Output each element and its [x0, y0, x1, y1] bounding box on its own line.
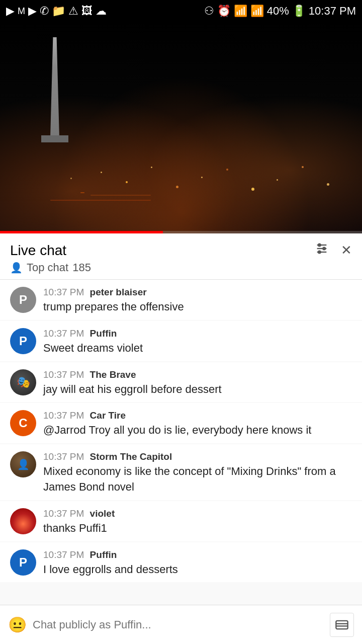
- chat-input[interactable]: [33, 618, 324, 631]
- message-username: Puffin: [90, 549, 117, 560]
- message-meta: 10:37 PM Puffin: [43, 328, 352, 339]
- image-icon: 🖼: [81, 5, 93, 18]
- svg-point-4: [323, 248, 325, 250]
- message-username: Puffin: [90, 328, 117, 339]
- viewer-count: 185: [72, 261, 91, 274]
- alert-icon: ⚠: [68, 5, 78, 18]
- avatar: P: [10, 549, 36, 576]
- list-item: 👤 10:37 PM Storm The Capitol Mixed econo…: [0, 444, 362, 500]
- message-username: Storm The Capitol: [90, 451, 172, 462]
- close-button[interactable]: ✕: [341, 243, 352, 258]
- video-background: [0, 22, 362, 233]
- avatar-letter: P: [19, 334, 27, 348]
- message-text: jay will eat his eggroll before dessert: [43, 382, 352, 397]
- top-chat-label[interactable]: Top chat: [27, 261, 68, 274]
- message-text: @Jarrod Troy all you do is lie, everybod…: [43, 423, 352, 438]
- message-username: Car Tire: [90, 410, 126, 421]
- list-item: P 10:37 PM peter blaiser trump prepares …: [0, 280, 362, 320]
- video-progress-fill: [0, 231, 163, 233]
- video-player[interactable]: [0, 22, 362, 233]
- avatar: 🎭: [10, 369, 36, 395]
- message-content: 10:37 PM Puffin Sweet dreams violet: [43, 328, 352, 356]
- avatar: 👤: [10, 451, 36, 477]
- message-text: trump prepares the offensive: [43, 299, 352, 315]
- super-chat-button[interactable]: [330, 613, 354, 637]
- message-username: peter blaiser: [90, 287, 147, 297]
- bluetooth-icon: ⚇: [204, 5, 214, 18]
- message-meta: 10:37 PM Puffin: [43, 549, 352, 560]
- message-content: 10:37 PM Storm The Capitol Mixed economy…: [43, 451, 352, 495]
- phone-icon: ✆: [40, 5, 49, 18]
- message-time: 10:37 PM: [43, 369, 84, 380]
- avatar-face: 🎭: [10, 369, 36, 395]
- viewer-icon: 👤: [10, 262, 23, 274]
- avatar-letter: P: [19, 293, 27, 307]
- message-time: 10:37 PM: [43, 328, 84, 339]
- m-icon: M: [18, 6, 25, 17]
- message-content: 10:37 PM peter blaiser trump prepares th…: [43, 287, 352, 315]
- chat-input-bar: 😐: [0, 605, 362, 644]
- message-username: The Brave: [90, 369, 136, 380]
- city-lights: [0, 133, 362, 233]
- wifi-icon: 📶: [234, 5, 247, 18]
- message-meta: 10:37 PM Storm The Capitol: [43, 451, 352, 462]
- avatar: [10, 508, 36, 534]
- chat-title: Live chat: [10, 243, 66, 259]
- status-system: ⚇ ⏰ 📶 📶 40% 🔋 10:37 PM: [204, 5, 356, 18]
- list-item: P 10:37 PM Puffin I love eggrolls and de…: [0, 542, 362, 583]
- message-text: Sweet dreams violet: [43, 341, 352, 356]
- video-progress-bar[interactable]: [0, 231, 362, 233]
- message-time: 10:37 PM: [43, 508, 84, 519]
- message-content: 10:37 PM violet thanks Puffi1: [43, 508, 352, 536]
- message-text: Mixed economy is like the concept of "Mi…: [43, 464, 352, 495]
- chat-header-actions: ✕: [315, 242, 352, 259]
- message-content: 10:37 PM Car Tire @Jarrod Troy all you d…: [43, 410, 352, 438]
- battery-percent: 40%: [267, 5, 289, 18]
- status-bar: ▶ M ▶ ✆ 📁 ⚠ 🖼 ☁ ⚇ ⏰ 📶 📶 40% 🔋 10:37 PM: [0, 0, 362, 22]
- list-item: P 10:37 PM Puffin Sweet dreams violet: [0, 321, 362, 361]
- message-meta: 10:37 PM peter blaiser: [43, 287, 352, 298]
- message-meta: 10:37 PM The Brave: [43, 369, 352, 380]
- svg-rect-6: [336, 620, 347, 628]
- message-content: 10:37 PM The Brave jay will eat his eggr…: [43, 369, 352, 397]
- message-time: 10:37 PM: [43, 451, 84, 462]
- svg-point-5: [318, 251, 321, 254]
- folder-icon: 📁: [52, 5, 65, 18]
- monument-shape: [50, 37, 59, 138]
- message-time: 10:37 PM: [43, 549, 84, 560]
- message-text: thanks Puffi1: [43, 521, 352, 536]
- list-item: C 10:37 PM Car Tire @Jarrod Troy all you…: [0, 403, 362, 443]
- message-time: 10:37 PM: [43, 287, 84, 297]
- cloud-icon: ☁: [96, 5, 107, 18]
- svg-point-3: [318, 244, 321, 247]
- avatar-letter: P: [19, 555, 27, 570]
- list-item: 10:37 PM violet thanks Puffi1: [0, 501, 362, 541]
- chat-header-top: Live chat ✕: [10, 242, 352, 259]
- list-item: 🎭 10:37 PM The Brave jay will eat his eg…: [0, 362, 362, 403]
- battery-icon: 🔋: [292, 5, 306, 18]
- avatar: P: [10, 287, 36, 313]
- avatar-letter: C: [19, 416, 27, 430]
- status-notifications: ▶ M ▶ ✆ 📁 ⚠ 🖼 ☁: [6, 5, 107, 18]
- message-time: 10:37 PM: [43, 410, 84, 421]
- emoji-button[interactable]: 😐: [8, 616, 27, 633]
- youtube-icon: ▶: [6, 5, 15, 18]
- message-text: I love eggrolls and desserts: [43, 562, 352, 578]
- message-meta: 10:37 PM violet: [43, 508, 352, 519]
- avatar-face: [10, 508, 36, 534]
- message-meta: 10:37 PM Car Tire: [43, 410, 352, 421]
- time-display: 10:37 PM: [309, 5, 356, 18]
- chat-header: Live chat ✕ 👤 Top chat 185: [0, 233, 362, 280]
- message-content: 10:37 PM Puffin I love eggrolls and dess…: [43, 549, 352, 578]
- youtube2-icon: ▶: [28, 5, 37, 18]
- signal-icon: 📶: [250, 5, 264, 18]
- avatar: C: [10, 410, 36, 436]
- settings-button[interactable]: [315, 242, 329, 259]
- message-username: violet: [90, 508, 115, 519]
- avatar-face: 👤: [10, 451, 36, 477]
- messages-list: P 10:37 PM peter blaiser trump prepares …: [0, 280, 362, 623]
- chat-sub-info: 👤 Top chat 185: [10, 261, 352, 274]
- avatar: P: [10, 328, 36, 354]
- alarm-icon: ⏰: [217, 5, 231, 18]
